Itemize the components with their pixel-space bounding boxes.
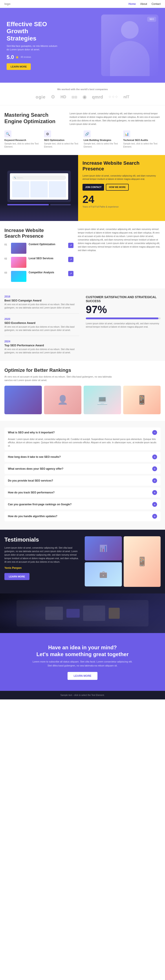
services-right-text: Lorem ipsum dolor sit amet, consectetur …: [78, 228, 160, 282]
footer: Sample text - click to select the Text E…: [0, 691, 165, 700]
how-more-button[interactable]: HOW WE MORE: [106, 184, 129, 191]
faq-item-3: What services does your SEO agency offer…: [5, 464, 160, 474]
stat-label: Years of Full Full Pathe & experience: [82, 205, 160, 208]
increase-left-panel: 🔍 Search...: [0, 155, 78, 221]
satisfaction-fill: [86, 318, 159, 319]
faq-question-2[interactable]: How long does it take to see SEO results…: [5, 452, 160, 462]
mastering-desc: Lorem ipsum dolor sit amet, consectetur …: [69, 112, 160, 126]
faq-question-1[interactable]: What is SEO and why is it important? −: [5, 428, 160, 438]
hero-image: SEO: [85, 14, 159, 76]
optimize-section: Optimize for Better Rankings At vero eos…: [0, 361, 165, 421]
satisfaction-percent: 97%: [86, 304, 160, 315]
nav-home[interactable]: Home: [128, 2, 136, 5]
partner-logo-2: ⚙: [51, 94, 55, 100]
awards-section: 2016 Best SEO Campaign Award At vero eos…: [0, 288, 165, 361]
service-item-2: 02 Local SEO Services ↗: [5, 257, 74, 268]
faq-question-7[interactable]: How do you handle algorithm updates? +: [5, 511, 160, 521]
service-cards: 🔍 Keyword Research Sample text, click to…: [5, 130, 160, 148]
testimonials-author: Yenis Penpen: [5, 566, 80, 570]
contact-button[interactable]: JOIN CONTACT: [82, 184, 104, 191]
service-card-seo: ⚙ SEO Optimization Sample text, click to…: [44, 130, 82, 148]
optimize-img-1: [5, 386, 42, 414]
testimonials-text: Lorem ipsum dolor sit amet, consectetur …: [5, 546, 80, 564]
partner-logo-8: nIT: [123, 95, 129, 99]
mastering-title: Mastering Search Engine Optimization: [5, 112, 65, 125]
nav-links: Home About Contact: [128, 2, 160, 5]
hero-rating: 5.0 ★ 48 reviews: [6, 54, 80, 60]
nav-logo: logo: [5, 2, 10, 5]
test-img-1: 📊: [85, 536, 122, 560]
faq-icon-2[interactable]: +: [152, 455, 157, 459]
faq-question-4[interactable]: Do you provide local SEO services? +: [5, 476, 160, 486]
testimonials-title: Testimonials: [5, 536, 80, 543]
faq-answer-1: Answer: Lorem ipsum dolor sit amet, cons…: [5, 438, 160, 450]
partner-logo-4: ⊞⊞: [72, 95, 77, 99]
testimonials-section: Testimonials Lorem ipsum dolor sit amet,…: [0, 530, 165, 593]
faq-icon-3[interactable]: +: [152, 466, 157, 471]
faq-icon-6[interactable]: +: [152, 502, 157, 507]
satisfaction-bar: [86, 318, 160, 319]
cta-description: Lorem more to subscribe all status aliqu…: [32, 660, 133, 668]
satisfaction-title: CUSTOMER SATISFACTION AND STRATEGICAL SU…: [86, 295, 160, 303]
partner-logo-5: ◉: [82, 94, 87, 100]
satisfaction-desc: Lorem ipsum dolor sit amet, consectetur …: [86, 322, 160, 328]
partner-logo-6: qmrd: [92, 95, 103, 100]
service-num-3: 03: [5, 271, 9, 274]
service-title-3: Competitor Analysis: [29, 271, 54, 274]
navigation: logo Home About Contact: [0, 0, 165, 8]
hero-content: Effective SEO Growth Strategies Sint lit…: [6, 21, 85, 70]
satisfaction-panel: CUSTOMER SATISFACTION AND STRATEGICAL SU…: [86, 295, 160, 354]
service-card-keyword: 🔍 Keyword Research Sample text, click to…: [5, 130, 42, 148]
faq-item-6: Can you guarantee first-page rankings on…: [5, 500, 160, 509]
optimize-img-3: 💻: [83, 386, 121, 414]
faq-question-3[interactable]: What services does your SEO agency offer…: [5, 464, 160, 474]
image-grid: 👤 💻 📱: [5, 386, 160, 414]
cta-section: Have an idea in your mind? Let's make so…: [0, 633, 165, 691]
faq-icon-7[interactable]: +: [152, 514, 157, 519]
optimize-desc: At vero eos et accusam et justo duo dolo…: [5, 375, 114, 382]
increase-title: Increase Website Search Presence: [82, 160, 160, 172]
hero-section: Effective SEO Growth Strategies Sint lit…: [0, 8, 165, 83]
awards-list: 2016 Best SEO Campaign Award At vero eos…: [5, 295, 79, 354]
faq-question-6[interactable]: Can you guarantee first-page rankings on…: [5, 500, 160, 509]
service-num-2: 02: [5, 257, 9, 260]
faq-icon-4[interactable]: +: [152, 478, 157, 483]
service-items: 01 Content Optimization ↗ 02 Local SEO S…: [5, 243, 74, 282]
test-img-3: 📱: [123, 536, 161, 587]
service-title-1: Content Optimization: [29, 243, 55, 246]
partners-heading: We worked with the world's best companie…: [5, 88, 160, 91]
faq-item-5: How do you track SEO performance? +: [5, 487, 160, 498]
rating-star: ★: [15, 54, 19, 60]
faq-icon-1[interactable]: −: [152, 430, 157, 435]
optimize-title: Optimize for Better Rankings: [5, 368, 160, 373]
faq-icon-5[interactable]: +: [152, 490, 157, 495]
testimonials-cta[interactable]: LEARN MORE: [5, 573, 29, 580]
service-num-1: 01: [5, 243, 9, 246]
faq-item-7: How do you handle algorithm updates? +: [5, 511, 160, 521]
service-item-3: 03 Competitor Analysis ↗: [5, 271, 74, 282]
services-section: Increase Website Search Presence 01 Cont…: [0, 221, 165, 288]
partner-logos: ogie ⚙ HD ⊞⊞ ◉ qmrd ⁘⁘⁘ nIT: [5, 94, 160, 100]
footer-text: Sample text - click to select the Text E…: [60, 694, 104, 696]
office-image-section: [0, 593, 165, 633]
partners-section: We worked with the world's best companie…: [0, 83, 165, 105]
services-list-panel: Increase Website Search Presence 01 Cont…: [5, 228, 74, 282]
test-img-2: 💼: [85, 562, 122, 586]
nav-contact[interactable]: Contact: [152, 2, 160, 5]
mastering-section: Mastering Search Engine Optimization Lor…: [0, 105, 165, 155]
testimonials-content: Testimonials Lorem ipsum dolor sit amet,…: [5, 536, 80, 580]
faq-question-5[interactable]: How do you track SEO performance? +: [5, 487, 160, 498]
nav-about[interactable]: About: [140, 2, 147, 5]
services-title: Increase Website Search Presence: [5, 228, 74, 239]
service-title-2: Local SEO Services: [29, 257, 53, 260]
award-1: 2016 Best SEO Campaign Award At vero eos…: [5, 295, 79, 313]
faq-item-2: How long does it take to see SEO results…: [5, 452, 160, 462]
cta-title: Have an idea in your mind? Let's make so…: [5, 644, 160, 658]
cta-button[interactable]: LEARN MORE: [67, 672, 98, 680]
rating-score: 5.0: [6, 54, 14, 60]
partner-logo-7: ⁘⁘⁘: [108, 95, 118, 99]
hero-cta-button[interactable]: LEARN MORE: [6, 63, 31, 70]
faq-section: What is SEO and why is it important? − A…: [0, 421, 165, 530]
increase-split-section: 🔍 Search... Increase Website Sea: [0, 155, 165, 221]
service-card-technical: 📊 Technical SEO Audits Sample text, clic…: [123, 130, 160, 148]
